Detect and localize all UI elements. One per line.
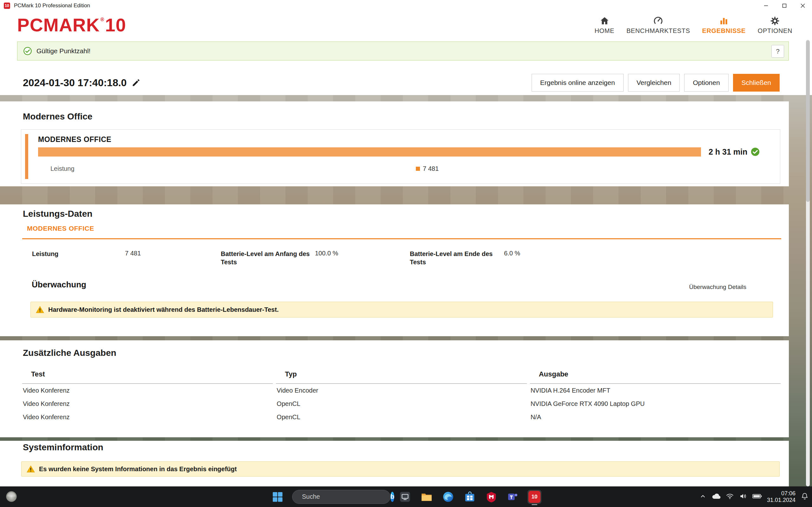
view-online-button[interactable]: Ergebnis online anzeigen [531,74,623,92]
vertical-scrollbar[interactable] [806,40,810,487]
stat-label: Leistung [32,250,58,258]
file-explorer-button[interactable] [420,490,434,504]
column-header-test: Test [22,367,273,384]
widgets-icon[interactable] [5,490,18,504]
edit-icon[interactable] [132,78,141,87]
teams-icon [507,491,519,503]
battery-icon[interactable] [752,493,762,500]
section-zusaetzliche-ausgaben: Zusätzliche Ausgaben Test Typ Ausgabe Vi… [0,340,789,437]
help-button[interactable]: ? [771,45,784,58]
search-input[interactable] [301,493,387,501]
table-cell: N/A [530,410,780,424]
section-modernes-office: Modernes Office MODERNES OFFICE 2 h 31 m… [0,101,789,186]
nav-optionen[interactable]: OPTIONEN [757,15,794,35]
table-cell: OpenCL [276,410,526,424]
table-cell: Video Konferenz [22,384,273,397]
scrollbar-thumb[interactable] [806,40,810,202]
desktop-app-button[interactable] [398,490,412,504]
nav-benchmarktests[interactable]: BENCHMARKTESTS [625,15,692,35]
options-button[interactable]: Optionen [684,74,728,92]
taskbar: b 10 [0,487,812,507]
section-title: Zusätzliche Ausgaben [23,348,116,358]
edge-button[interactable] [441,490,455,504]
tray-chevron-up-icon[interactable] [699,493,707,501]
main-nav: HOME BENCHMARKTESTS ERGEBNISSE OPTIONEN [594,15,794,35]
nav-label: OPTIONEN [758,27,792,35]
nav-label: BENCHMARKTESTS [626,27,690,35]
close-button[interactable] [794,0,812,11]
logo-number: 10 [105,16,126,34]
table-cell: Video Konferenz [22,397,273,410]
compare-button[interactable]: Vergleichen [628,74,680,92]
taskbar-search[interactable]: b [292,490,391,504]
stat-value: 100.0 % [315,250,338,257]
monitoring-title: Überwachung [32,280,86,290]
nav-ergebnisse[interactable]: ERGEBNISSE [701,15,747,35]
stat-value: 7 481 [125,250,141,257]
teams-button[interactable] [506,490,520,504]
result-title: 2024-01-30 17:40:18.0 [23,77,126,89]
metric-value: 7 481 [423,165,439,172]
table-cell: NVIDIA GeForce RTX 4090 Laptop GPU [530,397,780,410]
taskbar-center: b 10 [270,487,542,507]
table-cell: OpenCL [276,397,526,410]
legend-square-icon [416,167,420,171]
system-tray: 07:06 31.01.2024 [699,487,809,507]
nav-label: ERGEBNISSE [702,27,746,35]
start-icon [271,491,284,503]
metric-label: Leistung [50,165,74,172]
warning-icon [36,306,44,314]
close-result-button[interactable]: Schließen [733,74,780,92]
warning-text: Hardware-Monitoring ist deaktiviert währ… [48,306,278,314]
duration-check-icon [751,147,760,157]
onedrive-cloud-icon[interactable] [712,493,721,501]
monitoring-details-link[interactable]: Überwachung Details [689,284,746,291]
result-chrome: Gültige Punktzahl! ? 2024-01-30 17:40:18… [0,39,812,95]
stat-label: Batterie-Level am Ende des Tests [410,250,500,266]
mcafee-button[interactable] [484,490,498,504]
stat-value: 6.0 % [504,250,520,257]
notification-bell-icon[interactable] [801,492,809,502]
maximize-icon [781,3,788,9]
app-icon: 10 [4,3,10,9]
metric-legend: 7 481 [416,165,439,172]
store-button[interactable] [463,490,477,504]
mcafee-icon [485,491,497,503]
stat-label: Batterie-Level am Anfang des Tests [221,250,311,266]
titlebar: 10 PCMark 10 Professional Edition [0,0,812,12]
pcmark-logo: PCMARK®10 [17,16,126,34]
table-cell: Video Konferenz [22,410,273,424]
start-button[interactable] [270,490,285,504]
minimize-button[interactable] [757,0,775,11]
home-icon [600,16,610,26]
monitoring-warning: Hardware-Monitoring ist deaktiviert währ… [31,302,773,318]
results-icon [719,16,729,26]
edge-icon [442,491,454,503]
systeminfo-warning: Es wurden keine System Informationen in … [21,461,780,476]
card-title: MODERNES OFFICE [38,135,111,144]
clock-date: 31.01.2024 [767,497,796,504]
card-accent-stripe [25,134,28,179]
wifi-icon[interactable] [726,492,734,502]
app-header: PCMARK®10 HOME BENCHMARKTESTS ERGEBNISSE… [0,11,812,39]
bing-icon[interactable]: b [391,492,394,502]
window-title: PCMark 10 Professional Edition [14,3,90,9]
taskbar-clock[interactable]: 07:06 31.01.2024 [767,490,796,504]
pcmark-button[interactable]: 10 [527,490,542,504]
column-header-typ: Typ [276,367,526,384]
desktop-icon [399,491,411,503]
section-systeminformation: Systeminformation Es wurden keine System… [0,441,789,487]
valid-check-icon [23,47,32,55]
options-icon [770,16,780,26]
result-actions: Ergebnis online anzeigen Vergleichen Opt… [531,74,780,92]
maximize-button[interactable] [775,0,794,11]
subsection-title: MODERNES OFFICE [27,225,94,232]
nav-home[interactable]: HOME [594,15,616,35]
outputs-table: Test Typ Ausgabe Video Konferenz Video E… [22,367,780,424]
duration-bar-row: 2 h 31 min [38,147,771,157]
volume-icon[interactable] [739,492,747,502]
section-leistungs-daten: Leistungs-Daten MODERNES OFFICE Leistung… [0,205,789,336]
table-cell: NVIDIA H.264 Encoder MFT [530,384,780,397]
section-title: Leistungs-Daten [23,209,92,219]
duration-value: 2 h 31 min [709,147,747,157]
